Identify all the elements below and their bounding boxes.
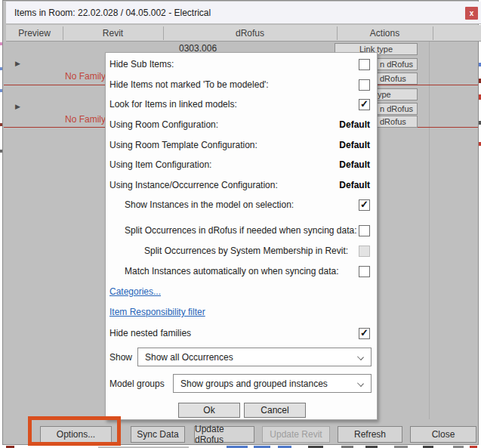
- model-groups-label: Model groups: [109, 378, 165, 389]
- options-popup: Hide Sub Items: Hide Items not marked 'T…: [105, 52, 378, 420]
- show-label: Show: [109, 352, 132, 363]
- sync-data-button[interactable]: Sync Data: [131, 426, 185, 443]
- config-default-value: Default: [339, 119, 370, 130]
- option-row: Split Occurrences by System Membership i…: [109, 241, 370, 261]
- option-label: Using Room Configuration:: [109, 119, 218, 130]
- option-label: Show Instances in the model on selection…: [109, 199, 294, 210]
- show-instances-checkbox[interactable]: [359, 199, 370, 211]
- column-header-drofus[interactable]: dRofus: [163, 28, 337, 39]
- show-dropdown-value: Show all Occurrences: [145, 352, 233, 363]
- option-row: Split Occurrences in dRofus if needed wh…: [109, 221, 370, 240]
- expand-row-button[interactable]: ▶: [15, 60, 20, 67]
- column-divider: [337, 26, 338, 40]
- look-linked-models-checkbox[interactable]: [359, 99, 370, 110]
- option-label: Look for Items in linked models:: [109, 99, 237, 110]
- window-title: Items in Room: 22.02.028 / 04.05.002 - E…: [14, 8, 211, 18]
- option-row: Using Room Configuration: Default: [109, 115, 370, 134]
- column-divider: [63, 26, 63, 40]
- button-label: n dRofus: [380, 60, 413, 69]
- config-default-value: Default: [339, 140, 370, 150]
- update-drofus-button[interactable]: Update dRofus: [194, 426, 254, 443]
- option-row: Hide nested families: [109, 323, 370, 343]
- close-dialog-button[interactable]: Close: [410, 426, 476, 443]
- option-row: Look for Items in linked models:: [109, 94, 370, 114]
- button-label: n dRofus: [380, 104, 413, 113]
- column-header-actions[interactable]: Actions: [337, 28, 433, 39]
- option-label: Using Room Template Configuration:: [109, 140, 257, 150]
- option-label: Using Item Configuration:: [109, 159, 211, 170]
- option-row: Hide Sub Items:: [109, 54, 370, 74]
- refresh-button[interactable]: Refresh: [338, 426, 402, 443]
- option-label: Match Instances automatically on when sy…: [109, 266, 339, 277]
- column-header-preview[interactable]: Preview: [6, 28, 63, 39]
- model-groups-dropdown-value: Show groups and grouped instances: [180, 378, 328, 389]
- close-button[interactable]: x: [465, 7, 478, 20]
- button-label: ype: [378, 90, 391, 99]
- hide-items-not-marked-checkbox[interactable]: [359, 79, 370, 91]
- update-revit-button: Update Revit: [262, 426, 330, 443]
- item-responsibility-filter-link[interactable]: Item Responsibility filter: [109, 307, 205, 319]
- grid-header: Preview Revit dRofus Actions: [6, 25, 481, 42]
- button-label: dRofus: [380, 74, 406, 83]
- chevron-down-icon: [357, 380, 364, 387]
- option-label: Split Occurrences in dRofus if needed wh…: [109, 225, 357, 236]
- match-instances-checkbox[interactable]: [359, 266, 370, 277]
- show-dropdown[interactable]: Show all Occurrences: [137, 348, 372, 366]
- option-label: Hide Items not marked 'To be modeled':: [109, 79, 269, 90]
- option-row: Using Instance/Occurrence Configuration:…: [109, 175, 370, 195]
- option-row: Match Instances automatically on when sy…: [109, 261, 370, 281]
- option-row: Show Instances in the model on selection…: [109, 195, 370, 215]
- option-label: Hide Sub Items:: [109, 59, 174, 70]
- cancel-button[interactable]: Cancel: [244, 403, 306, 418]
- hide-nested-families-checkbox[interactable]: [359, 328, 370, 339]
- close-icon: x: [470, 9, 474, 17]
- split-occurrences-drofus-checkbox[interactable]: [359, 225, 370, 236]
- hide-sub-items-checkbox[interactable]: [359, 59, 370, 70]
- config-default-value: Default: [339, 159, 370, 170]
- option-row: Using Item Configuration: Default: [109, 155, 370, 175]
- split-by-system-membership-checkbox: [359, 246, 370, 257]
- column-divider: [429, 42, 430, 419]
- no-family-error: No Family: [65, 114, 106, 125]
- option-label: Hide nested families: [109, 328, 191, 338]
- option-label: Split Occurrences by System Membership i…: [109, 246, 348, 256]
- column-header-revit[interactable]: Revit: [63, 28, 163, 39]
- screenshot-root: Items in Room: 22.02.028 / 04.05.002 - E…: [0, 0, 481, 448]
- option-label: Using Instance/Occurrence Configuration:: [109, 180, 278, 190]
- column-divider: [163, 26, 164, 40]
- chevron-down-icon: [357, 354, 364, 360]
- button-label: dRofus: [380, 117, 406, 126]
- highlight-annotation: [28, 416, 121, 446]
- no-family-error: No Family: [65, 71, 106, 82]
- expand-row-button[interactable]: ▶: [15, 104, 20, 110]
- ok-button[interactable]: Ok: [178, 403, 240, 418]
- option-row: Using Room Template Configuration: Defau…: [109, 135, 370, 155]
- column-divider: [433, 26, 433, 40]
- title-bar: Items in Room: 22.02.028 / 04.05.002 - E…: [6, 2, 481, 24]
- option-row: Hide Items not marked 'To be modeled':: [109, 75, 370, 94]
- model-groups-dropdown[interactable]: Show groups and grouped instances: [173, 374, 372, 393]
- config-default-value: Default: [339, 180, 370, 190]
- categories-link[interactable]: Categories...: [109, 286, 161, 298]
